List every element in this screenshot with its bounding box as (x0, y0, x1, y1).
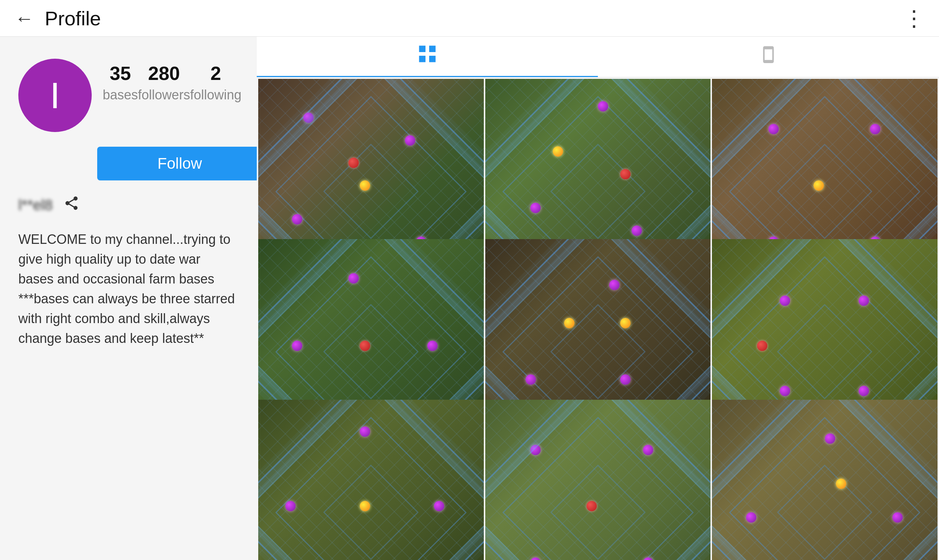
following-label: following (190, 87, 241, 103)
grid-item-8[interactable] (485, 400, 711, 560)
avatar: I (18, 58, 92, 132)
username: l**el8 (18, 197, 52, 214)
bases-count: 35 (110, 62, 131, 85)
stats-numbers: 35 bases 280 followers 2 following (92, 58, 241, 103)
bio-line1: WELCOME to my channel...trying to give h… (18, 232, 230, 286)
bio: WELCOME to my channel...trying to give h… (18, 229, 239, 348)
game-base-7 (258, 400, 484, 560)
main-content: I 35 bases 280 followers 2 following Fol… (0, 37, 939, 560)
follow-button[interactable]: Follow (97, 147, 262, 180)
top-bar-left: ← Profile (15, 7, 101, 30)
following-count: 2 (211, 62, 221, 85)
grid-item-9[interactable] (712, 400, 937, 560)
page-title: Profile (45, 7, 101, 30)
stat-following: 2 following (190, 62, 241, 103)
image-grid (257, 77, 939, 560)
followers-count: 280 (148, 62, 180, 85)
view-tabs (257, 37, 939, 77)
right-panel (257, 37, 939, 560)
bases-label: bases (103, 87, 138, 103)
list-view-tab[interactable] (598, 37, 939, 77)
top-bar: ← Profile ⋮ (0, 0, 939, 37)
more-options-button[interactable]: ⋮ (903, 6, 924, 31)
stat-bases: 35 bases (103, 62, 138, 103)
username-row: l**el8 (18, 195, 239, 215)
profile-panel: I 35 bases 280 followers 2 following Fol… (0, 37, 257, 560)
stats-row: I 35 bases 280 followers 2 following (18, 58, 239, 132)
game-base-9 (712, 400, 937, 560)
back-button[interactable]: ← (15, 7, 34, 29)
stat-followers: 280 followers (138, 62, 190, 103)
avatar-letter: I (50, 74, 60, 117)
grid-item-7[interactable] (258, 400, 484, 560)
followers-label: followers (138, 87, 190, 103)
grid-view-tab[interactable] (257, 37, 598, 77)
share-icon[interactable] (63, 195, 80, 215)
bio-line2: ***bases can always be three starred wit… (18, 291, 235, 346)
list-icon (759, 44, 777, 71)
game-base-8 (485, 400, 711, 560)
grid-icon (416, 43, 438, 70)
